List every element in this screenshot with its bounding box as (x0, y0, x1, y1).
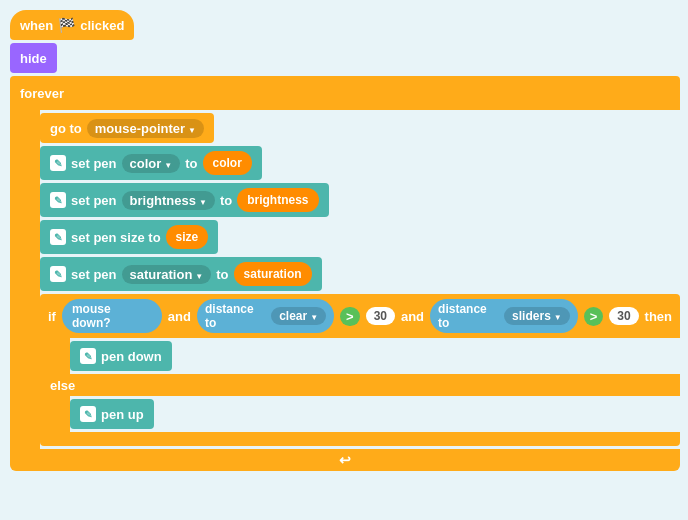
distance-clear-pill[interactable]: distance to clear (197, 299, 334, 333)
set-pen-size-label: set pen size to (71, 230, 161, 245)
num-30-2[interactable]: 30 (609, 307, 638, 325)
to-label-2: to (220, 193, 232, 208)
set-pen-label-4: set pen (71, 267, 117, 282)
brightness-dropdown[interactable]: brightness (122, 191, 215, 210)
then-label: then (645, 309, 672, 324)
size-value-pill: size (166, 225, 209, 249)
else-label: else (50, 378, 75, 393)
when-clicked-block[interactable]: when 🏁 clicked (10, 10, 134, 40)
greater-1: > (340, 307, 360, 326)
greater-2: > (584, 307, 604, 326)
pen-down-block[interactable]: ✎ pen down (70, 341, 172, 371)
pen-icon-3: ✎ (50, 229, 66, 245)
set-pen-size-block[interactable]: ✎ set pen size to size (40, 220, 218, 254)
if-label: if (48, 309, 56, 324)
and-label-1: and (168, 309, 191, 324)
color-arrow (164, 156, 172, 171)
mouse-down-pill[interactable]: mouse down? (62, 299, 162, 333)
go-to-block[interactable]: go to mouse-pointer (40, 113, 214, 143)
pen-icon-4: ✎ (50, 266, 66, 282)
set-pen-label-2: set pen (71, 193, 117, 208)
mouse-pointer-dropdown[interactable]: mouse-pointer (87, 119, 204, 138)
pen-up-block[interactable]: ✎ pen up (70, 399, 154, 429)
pen-icon-down: ✎ (80, 348, 96, 364)
pen-icon-2: ✎ (50, 192, 66, 208)
set-pen-label-1: set pen (71, 156, 117, 171)
set-pen-color-block[interactable]: ✎ set pen color to color (40, 146, 262, 180)
forever-bottom: ↩ (10, 449, 680, 471)
forever-header[interactable]: forever (10, 76, 680, 110)
if-bottom (40, 432, 680, 446)
if-block: if mouse down? and distance to clear (40, 294, 680, 446)
num-30-1[interactable]: 30 (366, 307, 395, 325)
color-dropdown[interactable]: color (122, 154, 181, 173)
dropdown-arrow (188, 121, 196, 136)
pen-icon-1: ✎ (50, 155, 66, 171)
go-to-label: go to (50, 121, 82, 136)
to-label-1: to (185, 156, 197, 171)
color-value-pill: color (203, 151, 252, 175)
flag-icon: 🏁 (58, 17, 75, 33)
else-row: else (40, 374, 680, 396)
when-label: when (20, 18, 53, 33)
forever-label: forever (20, 86, 64, 101)
saturation-arrow (195, 267, 203, 282)
hide-label: hide (20, 51, 47, 66)
distance-sliders-pill[interactable]: distance to sliders (430, 299, 578, 333)
clear-arrow (310, 309, 318, 323)
saturation-dropdown[interactable]: saturation (122, 265, 212, 284)
pen-down-label: pen down (101, 349, 162, 364)
set-pen-brightness-block[interactable]: ✎ set pen brightness to brightness (40, 183, 329, 217)
clear-dropdown[interactable]: clear (271, 307, 326, 325)
saturation-value-pill: saturation (234, 262, 312, 286)
set-pen-saturation-block[interactable]: ✎ set pen saturation to saturation (40, 257, 322, 291)
brightness-arrow (199, 193, 207, 208)
clicked-label: clicked (80, 18, 124, 33)
sliders-dropdown[interactable]: sliders (504, 307, 570, 325)
hide-block[interactable]: hide (10, 43, 57, 73)
sliders-arrow (554, 309, 562, 323)
loop-arrow-icon: ↩ (339, 452, 351, 468)
pen-icon-up: ✎ (80, 406, 96, 422)
if-header[interactable]: if mouse down? and distance to clear (40, 294, 680, 338)
to-label-4: to (216, 267, 228, 282)
brightness-value-pill: brightness (237, 188, 318, 212)
pen-up-label: pen up (101, 407, 144, 422)
forever-block: forever go to mouse-pointer ✎ set pen (10, 76, 680, 471)
and-label-2: and (401, 309, 424, 324)
